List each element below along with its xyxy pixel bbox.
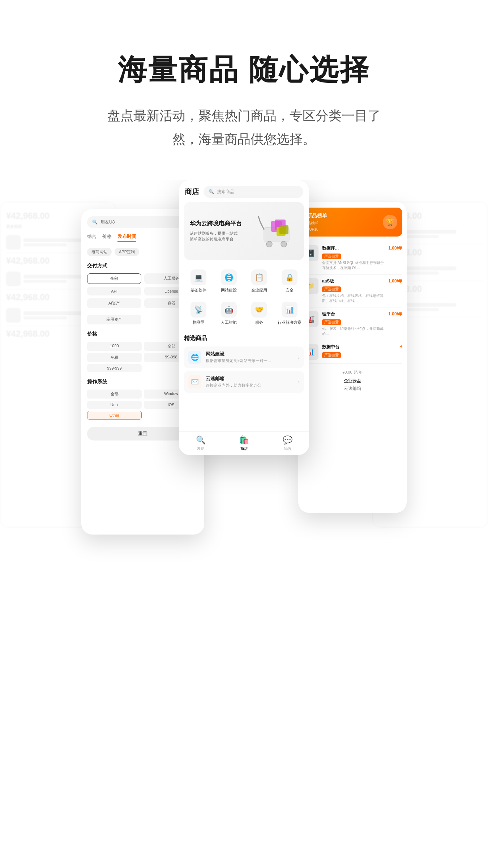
cat-website[interactable]: 🌐 网站建设 [214, 266, 243, 297]
cat-icon-iot: 📡 [191, 302, 206, 318]
search-icon-center: 🔍 [209, 189, 214, 194]
store-title: 商店 [185, 187, 199, 197]
center-search-bar[interactable]: 🔍 搜索商品 [204, 186, 303, 198]
os-other[interactable]: Other [87, 411, 142, 420]
featured-desc-website: 根据需求量身定制+网站专家一对一... [206, 358, 294, 363]
nav-store[interactable]: 🛍️ 商店 [239, 435, 249, 451]
cat-icon-service: 🤝 [251, 302, 267, 318]
cat-icon-security: 🔒 [282, 269, 297, 285]
cat-label-industry: 行业解决方案 [278, 320, 301, 325]
nav-discover[interactable]: 🔍 发现 [196, 435, 206, 451]
hero-banner[interactable]: 华为云跨境电商平台 从建站到服务，提供一站式简单高效的跨境电商平台 [184, 202, 304, 260]
product-item-3[interactable]: 📊 数据中台 严选自营 4 [303, 340, 402, 364]
pay-ai[interactable]: AI资产 [87, 298, 141, 308]
product-item-1[interactable]: 📁 aaS版 严选自营 包：在线文档、在线表格、在线思维导图、在线白板、在线..… [303, 275, 402, 307]
cat-label-ai: 人工智能 [221, 320, 237, 325]
cat-icon-industry: 📊 [282, 302, 297, 318]
category-grid: 💻 基础软件 🌐 网站建设 📋 企业应用 🔒 [179, 266, 309, 329]
cat-industry[interactable]: 📊 行业解决方案 [275, 298, 304, 329]
page-title: 海量商品 随心选择 [118, 51, 370, 90]
phone-center: 商店 🔍 搜索商品 华为云跨境电商平台 从建站到服务，提供一站式简单高效的跨境电… [179, 180, 309, 455]
search-icon-left: 🔍 [92, 220, 98, 225]
cat-enterprise[interactable]: 📋 企业应用 [245, 266, 274, 297]
nav-mine[interactable]: 💬 我的 [283, 435, 292, 451]
tab-comprehensive[interactable]: 综合 [87, 233, 97, 242]
price-free[interactable]: 免费 [87, 353, 142, 362]
mine-icon: 💬 [283, 435, 292, 445]
pay-all[interactable]: 全部 [87, 273, 141, 284]
price-1000[interactable]: 1000 [87, 342, 142, 351]
bottom-nav: 🔍 发现 🛍️ 商店 💬 我的 [179, 431, 309, 455]
page-wrapper: 海量商品 随心选择 盘点最新活动，聚焦热门商品，专区分类一目了然，海量商品供您选… [0, 0, 488, 686]
screenshot-area: ¥42,968.00 更多精彩 ¥42,968.00 [0, 180, 488, 686]
cat-service[interactable]: 🤝 服务 [245, 298, 274, 329]
os-unix[interactable]: Unix [87, 401, 142, 409]
svg-point-2 [281, 241, 287, 247]
store-icon: 🛍️ [239, 435, 249, 445]
cat-icon-website: 🌐 [221, 269, 237, 285]
featured-name-mail: 云速邮箱 [206, 375, 294, 382]
medal-icon: 🏆 [383, 215, 397, 229]
discover-icon: 🔍 [196, 435, 206, 445]
featured-desc-mail: 连接企业内外，助力数字化办公 [206, 383, 294, 388]
pay-app-asset[interactable]: 应用资产 [87, 315, 141, 324]
cat-security[interactable]: 🔒 安全 [275, 266, 304, 297]
phone-right: 新品榜单 品榜单 TOP10 🏆 🗄️ 数据库... 严选自营 全面支持 ANS… [298, 202, 407, 513]
center-search-placeholder: 搜索商品 [217, 189, 234, 195]
pay-api[interactable]: API [87, 287, 141, 295]
hero-cart-image [255, 209, 298, 253]
mail-label: 云速邮箱 [303, 386, 402, 392]
cat-icon-basic: 💻 [191, 269, 206, 285]
os-all[interactable]: 全部 [87, 390, 142, 399]
product-tag-0: 严选自营 [322, 254, 341, 259]
product-tag-2: 严选自营 [322, 319, 341, 325]
product-price-1: 1.00/年 [388, 278, 402, 284]
chip-ecommerce[interactable]: 电商网站 [87, 248, 112, 256]
nav-mine-label: 我的 [284, 446, 291, 451]
product-tag-1: 严选自营 [322, 286, 341, 292]
cat-icon-enterprise: 📋 [251, 269, 267, 285]
product-item-0[interactable]: 🗄️ 数据库... 严选自营 全面支持 ANSI SQL 标准和主行刊融合存储技… [303, 242, 402, 275]
product-desc-2: 机、服装、印染等行业特点，并结商成的... [322, 326, 385, 336]
chip-app[interactable]: APP定制 [115, 248, 139, 256]
featured-title: 精选商品 [184, 335, 304, 342]
product-name-1: aaS版 [322, 278, 385, 284]
product-item-2[interactable]: 🏭 理平台 严选自营 机、服装、印染等行业特点，并结商成的... 1.00/年 [303, 307, 402, 340]
nav-discover-label: 发现 [197, 446, 204, 451]
banner-tag: TOP10 [307, 227, 398, 231]
right-phone-content: 新品榜单 品榜单 TOP10 🏆 🗄️ 数据库... 严选自营 全面支持 ANS… [298, 202, 407, 397]
featured-item-mail[interactable]: ✉️ 云速邮箱 连接企业内外，助力数字化办公 › [184, 371, 304, 393]
product-tag-3: 严选自营 [322, 352, 341, 358]
product-price-3: 4 [400, 344, 402, 348]
product-price-2: 1.00/年 [388, 311, 402, 317]
product-name-3: 数据中台 [322, 344, 397, 350]
cat-label-iot: 物联网 [193, 320, 205, 325]
product-name-0: 数据库... [322, 245, 385, 251]
nav-store-label: 商店 [240, 446, 248, 451]
page-subtitle: 盘点最新活动，聚焦热门商品，专区分类一目了然，海量商品供您选择。 [99, 104, 389, 151]
product-name-2: 理平台 [322, 311, 385, 317]
svg-rect-6 [279, 225, 288, 234]
chevron-right-icon-2: › [298, 379, 300, 385]
featured-section: 精选商品 🌐 网站建设 根据需求量身定制+网站专家一对一... › ✉️ [179, 335, 309, 396]
product-desc-1: 包：在线文档、在线表格、在线思维导图、在线白板、在线... [322, 293, 385, 303]
cat-label-basic: 基础软件 [191, 288, 206, 293]
featured-name-website: 网站建设 [206, 351, 294, 357]
cat-label-security: 安全 [286, 288, 294, 293]
cat-basic-software[interactable]: 💻 基础软件 [184, 266, 213, 297]
cat-icon-ai: 🤖 [221, 302, 237, 318]
featured-icon-website: 🌐 [188, 351, 201, 364]
tab-publish-time[interactable]: 发布时间 [117, 233, 136, 242]
svg-point-1 [266, 241, 272, 247]
cat-label-enterprise: 企业应用 [251, 288, 267, 293]
orange-banner[interactable]: 新品榜单 品榜单 TOP10 🏆 [303, 208, 402, 237]
hero-subtitle: 从建站到服务，提供一站式简单高效的跨境电商平台 [190, 230, 255, 242]
cat-ai[interactable]: 🤖 人工智能 [214, 298, 243, 329]
cat-label-service: 服务 [255, 320, 263, 325]
left-search-placeholder: 用友U8 [100, 219, 115, 225]
center-phone-content: 商店 🔍 搜索商品 华为云跨境电商平台 从建站到服务，提供一站式简单高效的跨境电… [179, 180, 309, 455]
price-999-999[interactable]: 999-999 [87, 364, 142, 372]
cat-iot[interactable]: 📡 物联网 [184, 298, 213, 329]
tab-price[interactable]: 价格 [102, 233, 112, 242]
featured-item-website[interactable]: 🌐 网站建设 根据需求量身定制+网站专家一对一... › [184, 346, 304, 368]
